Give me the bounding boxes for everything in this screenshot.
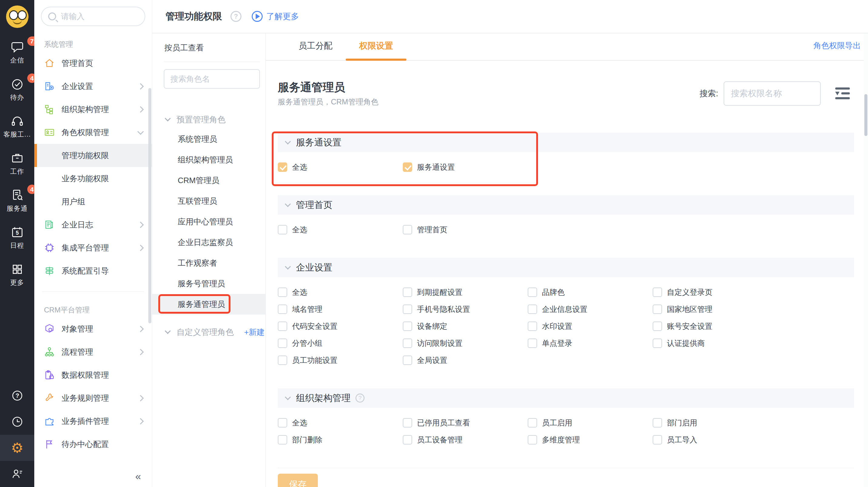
help-icon[interactable]: ? (355, 394, 365, 403)
checkbox[interactable] (653, 288, 662, 297)
checkbox[interactable] (528, 418, 537, 428)
filter-icon[interactable] (835, 87, 850, 99)
chevron-down-icon[interactable] (285, 201, 291, 207)
rail-item-support[interactable]: 客服工... (0, 114, 34, 139)
tab-employee-assignment[interactable]: 员工分配 (285, 40, 346, 60)
chevron-down-icon[interactable] (285, 263, 291, 269)
checkbox[interactable] (278, 418, 287, 428)
checkbox[interactable] (278, 288, 287, 297)
sidebar-item-business-plugins[interactable]: 业务插件管理 (34, 409, 152, 433)
sidebar-item-user-group[interactable]: 用户组 (34, 190, 152, 213)
play-video-icon[interactable] (252, 11, 262, 22)
checkbox[interactable] (403, 305, 412, 314)
sidebar-item-data-permission[interactable]: 数据权限管理 (34, 364, 152, 386)
sidebar-item-todo-center-config[interactable]: 待办中心配置 (34, 433, 152, 456)
help-button[interactable]: ? (0, 382, 34, 409)
checkbox[interactable] (528, 305, 537, 314)
chevron-down-icon (165, 328, 171, 334)
contacts-button[interactable] (0, 461, 34, 487)
checkbox-select-all[interactable] (278, 225, 287, 234)
sidebar-item-object-management[interactable]: 对象管理 (34, 317, 152, 340)
checkbox[interactable] (528, 288, 537, 297)
main-scrollbar[interactable] (864, 33, 868, 487)
checkbox[interactable] (403, 321, 412, 331)
tree-item-org-admin[interactable]: 组织架构管理员 (152, 149, 266, 170)
role-search-input[interactable]: 搜索角色名 (164, 69, 260, 89)
checkbox[interactable] (653, 305, 662, 314)
tree-item-service-account-admin[interactable]: 服务号管理员 (152, 273, 266, 294)
permission-sections: 服务通设置 全选 服务通设置 (278, 133, 854, 487)
rail-item-more[interactable]: 更多 (0, 262, 34, 287)
sidebar-item-business-function-permission[interactable]: 业务功能权限 (34, 167, 152, 190)
checkbox[interactable] (278, 355, 287, 365)
tree-item-log-inspector[interactable]: 企业日志监察员 (152, 232, 266, 253)
tree-group-preset-roles[interactable]: 预置管理角色 (152, 111, 266, 129)
tree-item-fuwutong-admin[interactable]: 服务通管理员 (152, 294, 266, 315)
checkbox[interactable] (653, 339, 662, 348)
tree-item-work-observer[interactable]: 工作观察者 (152, 253, 266, 273)
sidebar-item-business-rules[interactable]: 业务规则管理 (34, 386, 152, 409)
checkbox[interactable] (528, 339, 537, 348)
role-title-row: 服务通管理员 服务通管理员，CRM管理角色 搜索: 搜索权限名称 (278, 81, 854, 106)
checkbox[interactable] (403, 339, 412, 348)
rail-item-todo[interactable]: 4 待办 (0, 77, 34, 102)
checkbox-admin-home[interactable] (403, 225, 412, 234)
checkbox[interactable] (653, 435, 662, 445)
sidebar-search-input[interactable]: 请输入 (41, 7, 145, 26)
main-scrollbar-thumb[interactable] (864, 94, 867, 136)
rail-item-calendar[interactable]: 5 日程 (0, 225, 34, 250)
sidebar-item-system-config-guide[interactable]: 系统配置引导 (34, 259, 152, 282)
checkbox[interactable] (653, 321, 662, 331)
app-logo[interactable] (6, 5, 29, 28)
checkbox[interactable] (528, 321, 537, 331)
history-clock-button[interactable] (0, 409, 34, 435)
sidebar-item-role-permission[interactable]: 角色权限管理 (34, 121, 152, 144)
sidebar-item-process-management[interactable]: 流程管理 (34, 340, 152, 364)
tree-item-appcenter-admin[interactable]: 应用中心管理员 (152, 211, 266, 232)
rail-item-work[interactable]: 工作 (0, 151, 34, 176)
tree-item-interconnect-admin[interactable]: 互联管理员 (152, 191, 266, 211)
checkbox[interactable] (653, 418, 662, 428)
tree-item-system-admin[interactable]: 系统管理员 (152, 129, 266, 149)
save-button[interactable]: 保存 (278, 474, 318, 487)
sidebar-item-enterprise-log[interactable]: 企业日志 (34, 213, 152, 236)
learn-more-link[interactable]: 了解更多 (266, 11, 299, 22)
checkbox[interactable] (278, 305, 287, 314)
sidebar-collapse-button[interactable]: « (135, 470, 141, 482)
checkbox[interactable] (278, 321, 287, 331)
checkbox[interactable] (528, 435, 537, 445)
tree-divider (164, 62, 260, 62)
rail-item-fuwutong[interactable]: 4 服务通 (0, 188, 34, 213)
help-icon[interactable]: ? (230, 11, 241, 22)
sidebar-item-org-structure[interactable]: 组织架构管理 (34, 98, 152, 121)
tree-item-crm-admin[interactable]: CRM管理员 (152, 170, 266, 191)
checkbox[interactable] (403, 418, 412, 428)
sidebar-item-integration-platform[interactable]: 集成平台管理 (34, 236, 152, 259)
sidebar-scrollbar-thumb[interactable] (148, 88, 151, 323)
chevron-down-icon[interactable] (285, 139, 291, 145)
search-icon (48, 12, 56, 20)
rail-item-qixin[interactable]: 71 企信 (0, 40, 34, 65)
page-title: 管理功能权限 (165, 10, 222, 23)
view-by-employee-link[interactable]: 按员工查看 (164, 42, 266, 53)
tab-permission-settings[interactable]: 权限设置 (346, 40, 406, 60)
checkbox[interactable] (403, 355, 412, 365)
settings-gear-button[interactable]: ⚙ (0, 435, 34, 461)
sidebar-item-admin-home[interactable]: 管理首页 (34, 52, 152, 75)
new-role-link[interactable]: +新建 (244, 327, 265, 338)
checkbox-grid: 全选 管理首页 (278, 214, 854, 247)
tree-group-custom-roles[interactable]: 自定义管理角色 +新建 (152, 323, 266, 341)
export-role-permission-link[interactable]: 角色权限导出 (813, 40, 861, 51)
checkbox-select-all[interactable] (278, 163, 287, 172)
checkbox[interactable] (278, 339, 287, 348)
permission-search-input[interactable]: 搜索权限名称 (724, 81, 821, 106)
sidebar-item-company-settings[interactable]: 企业设置 (34, 75, 152, 98)
checkbox[interactable] (403, 435, 412, 445)
sidebar-item-admin-function-permission[interactable]: 管理功能权限 (34, 144, 152, 167)
chevron-down-icon[interactable] (285, 394, 291, 400)
role-tree-panel: 按员工查看 搜索角色名 预置管理角色 系统管理员 组织架构管理员 CRM管理员 … (152, 33, 266, 487)
checkbox[interactable] (278, 435, 287, 445)
checkbox-fuwutong-settings[interactable] (403, 163, 412, 172)
permission-search-group: 搜索: 搜索权限名称 (700, 81, 850, 106)
checkbox[interactable] (403, 288, 412, 297)
